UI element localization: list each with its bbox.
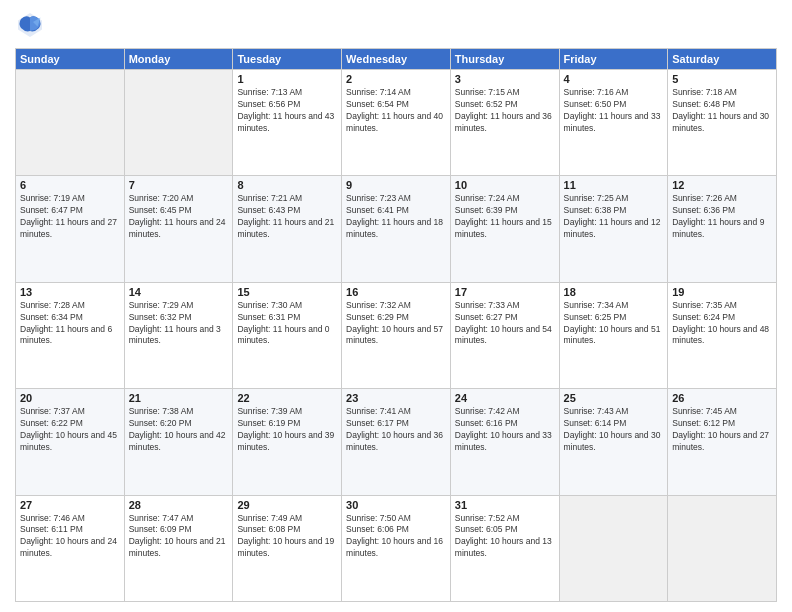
day-info: Sunrise: 7:49 AM Sunset: 6:08 PM Dayligh… <box>237 513 337 561</box>
day-header-thursday: Thursday <box>450 49 559 70</box>
day-info: Sunrise: 7:34 AM Sunset: 6:25 PM Dayligh… <box>564 300 664 348</box>
day-number: 1 <box>237 73 337 85</box>
day-cell: 11Sunrise: 7:25 AM Sunset: 6:38 PM Dayli… <box>559 176 668 282</box>
calendar: SundayMondayTuesdayWednesdayThursdayFrid… <box>15 48 777 602</box>
day-cell: 8Sunrise: 7:21 AM Sunset: 6:43 PM Daylig… <box>233 176 342 282</box>
day-info: Sunrise: 7:32 AM Sunset: 6:29 PM Dayligh… <box>346 300 446 348</box>
day-info: Sunrise: 7:41 AM Sunset: 6:17 PM Dayligh… <box>346 406 446 454</box>
day-number: 10 <box>455 179 555 191</box>
week-row-3: 13Sunrise: 7:28 AM Sunset: 6:34 PM Dayli… <box>16 282 777 388</box>
day-number: 14 <box>129 286 229 298</box>
day-info: Sunrise: 7:26 AM Sunset: 6:36 PM Dayligh… <box>672 193 772 241</box>
day-info: Sunrise: 7:38 AM Sunset: 6:20 PM Dayligh… <box>129 406 229 454</box>
day-cell: 31Sunrise: 7:52 AM Sunset: 6:05 PM Dayli… <box>450 495 559 601</box>
day-info: Sunrise: 7:21 AM Sunset: 6:43 PM Dayligh… <box>237 193 337 241</box>
day-number: 8 <box>237 179 337 191</box>
day-number: 26 <box>672 392 772 404</box>
day-number: 24 <box>455 392 555 404</box>
day-header-friday: Friday <box>559 49 668 70</box>
day-cell: 25Sunrise: 7:43 AM Sunset: 6:14 PM Dayli… <box>559 389 668 495</box>
day-cell: 13Sunrise: 7:28 AM Sunset: 6:34 PM Dayli… <box>16 282 125 388</box>
day-number: 15 <box>237 286 337 298</box>
day-info: Sunrise: 7:33 AM Sunset: 6:27 PM Dayligh… <box>455 300 555 348</box>
day-number: 6 <box>20 179 120 191</box>
day-info: Sunrise: 7:45 AM Sunset: 6:12 PM Dayligh… <box>672 406 772 454</box>
day-cell <box>668 495 777 601</box>
day-cell: 7Sunrise: 7:20 AM Sunset: 6:45 PM Daylig… <box>124 176 233 282</box>
day-cell: 17Sunrise: 7:33 AM Sunset: 6:27 PM Dayli… <box>450 282 559 388</box>
day-number: 22 <box>237 392 337 404</box>
day-number: 16 <box>346 286 446 298</box>
week-row-5: 27Sunrise: 7:46 AM Sunset: 6:11 PM Dayli… <box>16 495 777 601</box>
day-info: Sunrise: 7:47 AM Sunset: 6:09 PM Dayligh… <box>129 513 229 561</box>
day-info: Sunrise: 7:18 AM Sunset: 6:48 PM Dayligh… <box>672 87 772 135</box>
day-info: Sunrise: 7:14 AM Sunset: 6:54 PM Dayligh… <box>346 87 446 135</box>
day-cell: 24Sunrise: 7:42 AM Sunset: 6:16 PM Dayli… <box>450 389 559 495</box>
logo <box>15 10 49 40</box>
day-cell: 26Sunrise: 7:45 AM Sunset: 6:12 PM Dayli… <box>668 389 777 495</box>
day-info: Sunrise: 7:37 AM Sunset: 6:22 PM Dayligh… <box>20 406 120 454</box>
day-cell: 21Sunrise: 7:38 AM Sunset: 6:20 PM Dayli… <box>124 389 233 495</box>
day-header-tuesday: Tuesday <box>233 49 342 70</box>
day-info: Sunrise: 7:13 AM Sunset: 6:56 PM Dayligh… <box>237 87 337 135</box>
day-number: 2 <box>346 73 446 85</box>
day-header-wednesday: Wednesday <box>342 49 451 70</box>
day-info: Sunrise: 7:30 AM Sunset: 6:31 PM Dayligh… <box>237 300 337 348</box>
day-cell: 28Sunrise: 7:47 AM Sunset: 6:09 PM Dayli… <box>124 495 233 601</box>
day-number: 3 <box>455 73 555 85</box>
day-number: 25 <box>564 392 664 404</box>
day-number: 28 <box>129 499 229 511</box>
day-cell: 10Sunrise: 7:24 AM Sunset: 6:39 PM Dayli… <box>450 176 559 282</box>
day-number: 7 <box>129 179 229 191</box>
day-number: 31 <box>455 499 555 511</box>
day-cell: 15Sunrise: 7:30 AM Sunset: 6:31 PM Dayli… <box>233 282 342 388</box>
day-number: 5 <box>672 73 772 85</box>
day-info: Sunrise: 7:16 AM Sunset: 6:50 PM Dayligh… <box>564 87 664 135</box>
header <box>15 10 777 40</box>
day-cell: 4Sunrise: 7:16 AM Sunset: 6:50 PM Daylig… <box>559 70 668 176</box>
day-number: 20 <box>20 392 120 404</box>
day-info: Sunrise: 7:52 AM Sunset: 6:05 PM Dayligh… <box>455 513 555 561</box>
day-cell: 29Sunrise: 7:49 AM Sunset: 6:08 PM Dayli… <box>233 495 342 601</box>
day-info: Sunrise: 7:29 AM Sunset: 6:32 PM Dayligh… <box>129 300 229 348</box>
day-cell: 27Sunrise: 7:46 AM Sunset: 6:11 PM Dayli… <box>16 495 125 601</box>
day-cell: 30Sunrise: 7:50 AM Sunset: 6:06 PM Dayli… <box>342 495 451 601</box>
day-number: 21 <box>129 392 229 404</box>
day-number: 18 <box>564 286 664 298</box>
day-info: Sunrise: 7:50 AM Sunset: 6:06 PM Dayligh… <box>346 513 446 561</box>
day-number: 11 <box>564 179 664 191</box>
day-cell <box>16 70 125 176</box>
day-info: Sunrise: 7:39 AM Sunset: 6:19 PM Dayligh… <box>237 406 337 454</box>
day-cell: 19Sunrise: 7:35 AM Sunset: 6:24 PM Dayli… <box>668 282 777 388</box>
day-cell <box>124 70 233 176</box>
day-number: 30 <box>346 499 446 511</box>
day-cell: 3Sunrise: 7:15 AM Sunset: 6:52 PM Daylig… <box>450 70 559 176</box>
day-cell: 9Sunrise: 7:23 AM Sunset: 6:41 PM Daylig… <box>342 176 451 282</box>
day-cell: 2Sunrise: 7:14 AM Sunset: 6:54 PM Daylig… <box>342 70 451 176</box>
calendar-header-row: SundayMondayTuesdayWednesdayThursdayFrid… <box>16 49 777 70</box>
day-header-monday: Monday <box>124 49 233 70</box>
day-cell: 20Sunrise: 7:37 AM Sunset: 6:22 PM Dayli… <box>16 389 125 495</box>
day-info: Sunrise: 7:15 AM Sunset: 6:52 PM Dayligh… <box>455 87 555 135</box>
day-cell: 16Sunrise: 7:32 AM Sunset: 6:29 PM Dayli… <box>342 282 451 388</box>
day-header-saturday: Saturday <box>668 49 777 70</box>
day-number: 17 <box>455 286 555 298</box>
day-header-sunday: Sunday <box>16 49 125 70</box>
day-info: Sunrise: 7:20 AM Sunset: 6:45 PM Dayligh… <box>129 193 229 241</box>
page: SundayMondayTuesdayWednesdayThursdayFrid… <box>0 0 792 612</box>
day-cell <box>559 495 668 601</box>
day-info: Sunrise: 7:42 AM Sunset: 6:16 PM Dayligh… <box>455 406 555 454</box>
day-cell: 14Sunrise: 7:29 AM Sunset: 6:32 PM Dayli… <box>124 282 233 388</box>
week-row-1: 1Sunrise: 7:13 AM Sunset: 6:56 PM Daylig… <box>16 70 777 176</box>
day-number: 27 <box>20 499 120 511</box>
day-info: Sunrise: 7:46 AM Sunset: 6:11 PM Dayligh… <box>20 513 120 561</box>
day-info: Sunrise: 7:25 AM Sunset: 6:38 PM Dayligh… <box>564 193 664 241</box>
day-cell: 5Sunrise: 7:18 AM Sunset: 6:48 PM Daylig… <box>668 70 777 176</box>
day-number: 13 <box>20 286 120 298</box>
day-number: 29 <box>237 499 337 511</box>
day-cell: 22Sunrise: 7:39 AM Sunset: 6:19 PM Dayli… <box>233 389 342 495</box>
day-info: Sunrise: 7:19 AM Sunset: 6:47 PM Dayligh… <box>20 193 120 241</box>
day-number: 12 <box>672 179 772 191</box>
day-cell: 6Sunrise: 7:19 AM Sunset: 6:47 PM Daylig… <box>16 176 125 282</box>
day-cell: 12Sunrise: 7:26 AM Sunset: 6:36 PM Dayli… <box>668 176 777 282</box>
